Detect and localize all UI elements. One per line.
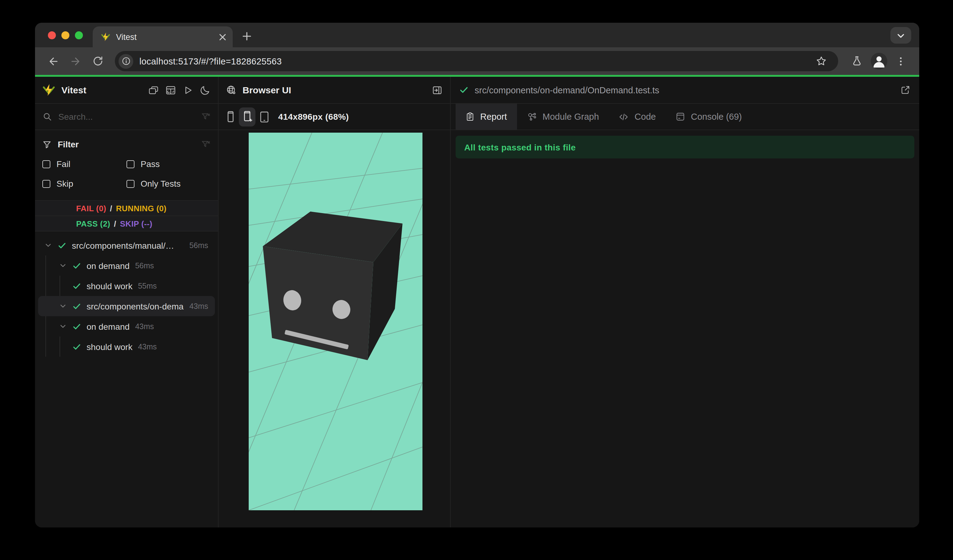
clear-filters-icon[interactable] — [201, 140, 211, 149]
pass-count: PASS (2) — [76, 219, 110, 228]
search-icon — [42, 112, 52, 122]
test-duration: 43ms — [189, 302, 208, 310]
site-info-icon[interactable] — [118, 54, 133, 68]
device-tablet-icon[interactable] — [259, 110, 270, 123]
file-header: src/components/on-demand/OnDemand.test.t… — [451, 77, 919, 104]
device-mobile-large-icon[interactable] — [239, 107, 255, 126]
device-mobile-icon[interactable] — [226, 110, 235, 123]
minimize-window-button[interactable] — [61, 31, 69, 39]
chevron-down-icon[interactable] — [43, 242, 52, 249]
expand-panel-right-icon[interactable] — [431, 84, 443, 96]
test-file-row[interactable]: src/components/manual/… 56ms — [35, 235, 218, 256]
experiments-flask-icon[interactable] — [847, 51, 866, 71]
search-row — [35, 104, 218, 130]
search-input[interactable] — [58, 112, 201, 122]
pass-check-icon — [73, 282, 81, 290]
tab-code[interactable]: Code — [609, 104, 666, 130]
pass-check-icon — [73, 261, 81, 270]
skip-checkbox[interactable] — [42, 180, 50, 188]
test-duration: 56ms — [189, 241, 208, 250]
new-tab-button[interactable] — [237, 27, 256, 45]
test-suite-row[interactable]: on demand 43ms — [35, 316, 218, 337]
only-tests-checkbox[interactable] — [126, 180, 135, 188]
filter-option-skip[interactable]: Skip — [42, 175, 126, 192]
chevron-down-icon[interactable] — [58, 262, 67, 269]
fullscreen-window-button[interactable] — [75, 31, 83, 39]
dark-mode-moon-icon[interactable] — [200, 84, 211, 96]
open-external-icon[interactable] — [900, 85, 911, 95]
tested-app-viewport[interactable] — [249, 133, 422, 510]
clear-search-filter-icon[interactable] — [201, 112, 211, 122]
pass-check-icon — [73, 322, 81, 330]
pass-check-icon — [73, 342, 81, 351]
bookmark-star-icon[interactable] — [811, 51, 831, 71]
profile-avatar[interactable] — [869, 51, 889, 71]
test-file-row-selected[interactable]: src/components/on-dema… 43ms — [38, 296, 215, 316]
pass-check-icon — [73, 302, 81, 310]
vitest-ui: Vitest — [35, 77, 919, 527]
browser-tab[interactable]: Vitest — [93, 26, 233, 47]
back-button[interactable] — [43, 51, 63, 71]
tab-search-button[interactable] — [890, 27, 911, 43]
desktop-background: Vitest — [0, 0, 953, 560]
chevron-down-icon[interactable] — [58, 303, 67, 309]
status-row-fail-running: FAIL (0) / RUNNING (0) — [35, 201, 218, 216]
fail-count: FAIL (0) — [76, 203, 106, 213]
vitest-favicon — [101, 32, 110, 42]
tab-console[interactable]: Console (69) — [666, 104, 751, 130]
app-title: Vitest — [61, 85, 142, 95]
viewport-resolution-label: 414x896px (68%) — [278, 112, 349, 122]
filter-option-fail[interactable]: Fail — [42, 156, 126, 172]
browser-menu-icon[interactable] — [891, 51, 911, 71]
file-pass-check-icon — [459, 85, 469, 95]
browser-window: Vitest — [35, 23, 919, 527]
tab-report[interactable]: Report — [456, 104, 517, 130]
vitest-logo — [42, 84, 55, 96]
report-tabs: Report Module Graph Code Console (69) — [451, 104, 919, 130]
sidebar-header: Vitest — [35, 77, 218, 104]
pass-check-icon — [58, 241, 66, 250]
dashboard-icon[interactable] — [165, 84, 176, 96]
close-window-button[interactable] — [48, 31, 56, 39]
filter-section: Filter Fail Pass — [35, 130, 218, 195]
filter-funnel-icon — [42, 140, 51, 149]
browser-ui-title: Browser UI — [242, 85, 425, 95]
report-panel: src/components/on-demand/OnDemand.test.t… — [451, 77, 919, 527]
url-text: localhost:5173/#/?file=1828625563 — [140, 56, 805, 66]
test-case-row[interactable]: should work 55ms — [35, 276, 218, 296]
run-all-tests-icon[interactable] — [182, 84, 193, 96]
3d-robot-scene — [249, 133, 422, 510]
viewport-area — [219, 130, 450, 527]
test-tree: src/components/manual/… 56ms on demand 5… — [35, 235, 218, 527]
skip-count: SKIP (--) — [120, 219, 152, 228]
test-duration: 56ms — [135, 261, 154, 270]
running-count: RUNNING (0) — [116, 203, 167, 213]
device-toolbar: 414x896px (68%) — [219, 104, 450, 130]
collapse-panels-icon[interactable] — [148, 84, 159, 96]
sidebar: Vitest — [35, 77, 219, 527]
file-path: src/components/on-demand/OnDemand.test.t… — [475, 85, 894, 95]
pass-checkbox[interactable] — [126, 160, 135, 168]
filter-option-only-tests[interactable]: Only Tests — [126, 175, 211, 192]
test-duration: 43ms — [135, 322, 154, 330]
test-case-row[interactable]: should work 43ms — [35, 337, 218, 357]
window-controls — [35, 23, 93, 47]
globe-icon — [226, 85, 236, 95]
browser-ui-panel: Browser UI 414x896px (68%) — [219, 77, 451, 527]
fail-checkbox[interactable] — [42, 160, 50, 168]
test-suite-row[interactable]: on demand 56ms — [35, 256, 218, 276]
close-tab-icon[interactable] — [219, 33, 227, 41]
chevron-down-icon[interactable] — [58, 323, 67, 330]
reload-button[interactable] — [88, 51, 107, 71]
tab-module-graph[interactable]: Module Graph — [517, 104, 609, 130]
forward-button[interactable] — [66, 51, 85, 71]
filter-option-pass[interactable]: Pass — [126, 156, 211, 172]
browser-toolbar: localhost:5173/#/?file=1828625563 — [35, 47, 919, 75]
tab-title: Vitest — [116, 32, 213, 42]
test-duration: 43ms — [138, 342, 157, 351]
test-duration: 55ms — [138, 282, 157, 290]
tab-strip: Vitest — [35, 23, 919, 47]
browser-ui-header: Browser UI — [219, 77, 450, 104]
address-bar[interactable]: localhost:5173/#/?file=1828625563 — [115, 51, 838, 71]
all-tests-passed-banner: All tests passed in this file — [456, 136, 914, 158]
